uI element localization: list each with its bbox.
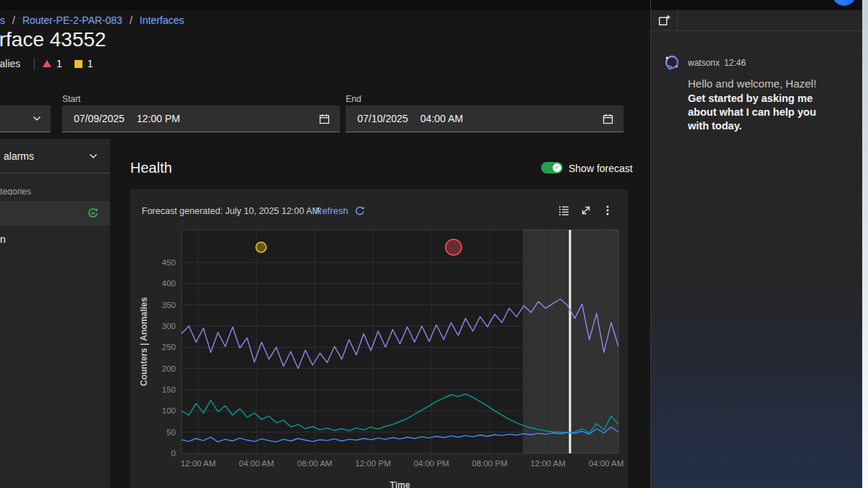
calendar-icon[interactable] (319, 114, 330, 124)
sidebar-item-active[interactable]: AI (0, 201, 110, 226)
expand-icon[interactable] (580, 205, 592, 216)
critical-anomaly-marker[interactable] (446, 239, 461, 255)
y-tick-label: 250 (162, 343, 176, 351)
bot-name: watsonx (688, 58, 720, 68)
now-line (569, 230, 571, 453)
new-chat-button[interactable] (657, 12, 673, 28)
y-tick-label: 450 (162, 258, 176, 267)
divider (34, 58, 35, 70)
x-axis-title: Time (390, 480, 410, 488)
health-heading: Health (130, 160, 172, 176)
x-tick-label: 08:00 AM (297, 459, 333, 468)
chat-greeting: Hello and welcome, Hazel! (688, 77, 817, 90)
x-tick-label: 12:00 AM (181, 459, 216, 468)
health-chart-svg: 12:00 AM04:00 AM08:00 AM12:00 PM04:00 PM… (130, 223, 628, 488)
chat-prompt: Get started by asking me about what I ca… (688, 92, 837, 133)
y-tick-label: 100 (162, 406, 176, 415)
show-forecast-toggle[interactable]: ✓ (541, 162, 563, 174)
x-tick-label: 08:00 PM (472, 459, 507, 468)
chat-panel-top-strip (651, 0, 863, 10)
y-tick-label: 150 (162, 385, 176, 394)
refresh-icon (354, 205, 365, 216)
y-tick-label: 300 (162, 322, 176, 330)
breadcrumb: s / Router-PE-2-PAR-083 / Interfaces (0, 14, 184, 26)
start-time-value: 12:00 PM (137, 113, 180, 124)
start-datetime-input[interactable]: 07/09/2025 12:00 PM (62, 106, 340, 132)
alarms-accordion-header[interactable]: alarms (0, 139, 110, 173)
categories-label-clip: Categories (0, 184, 51, 195)
y-tick-label: 200 (162, 364, 176, 373)
breadcrumb-separator: / (129, 14, 132, 26)
categories-label: Categories (0, 187, 31, 195)
critical-anomaly-count: 1 (56, 58, 62, 69)
minor-anomaly-icon (75, 60, 82, 68)
anomalies-label: Anomalies (0, 58, 20, 69)
toggle-knob: ✓ (553, 163, 561, 172)
interval-dropdown[interactable] (0, 106, 51, 132)
x-tick-label: 12:00 PM (355, 459, 391, 468)
critical-anomaly-icon (43, 60, 51, 67)
y-tick-label: 50 (166, 428, 176, 437)
refresh-link[interactable]: Refresh (315, 205, 365, 216)
end-time-value: 04:00 AM (420, 113, 463, 124)
x-tick-label: 04:00 AM (589, 459, 624, 468)
chat-panel-header (651, 10, 863, 31)
chat-header-divider (677, 10, 678, 30)
chat-panel: watsonx 12:46 Hello and welcome, Hazel! … (650, 0, 862, 488)
app-screen: s / Router-PE-2-PAR-083 / Interfaces Int… (0, 0, 868, 488)
sidebar-item-truncated-label: n (0, 234, 6, 245)
chevron-down-icon (33, 116, 41, 121)
page-title: Interface 43552 (0, 27, 106, 51)
sidebar-item-truncated[interactable]: n (0, 234, 6, 245)
chevron-down-icon (89, 153, 98, 159)
x-tick-label: 12:00 AM (530, 459, 566, 468)
show-forecast-label: Show forecast (569, 163, 633, 174)
alarms-label: alarms (4, 150, 34, 162)
page-title-clip: Interface 43552 (0, 27, 159, 52)
svg-text:AI: AI (91, 211, 95, 215)
panel-scrollbar[interactable] (862, 0, 868, 488)
health-card: Forecast generated: July 10, 2025 12:00 … (130, 189, 628, 488)
new-chat-icon (658, 14, 671, 27)
breadcrumb-separator: / (12, 14, 15, 26)
watsonx-avatar (663, 53, 681, 71)
message-timestamp: 12:46 (724, 58, 746, 68)
x-tick-label: 04:00 PM (414, 459, 449, 468)
overflow-menu-icon[interactable] (602, 205, 613, 216)
forecast-caption: Forecast generated: July 10, 2025 12:00 … (142, 206, 320, 216)
left-sidebar: alarms Categories AI n (0, 139, 110, 488)
breadcrumb-item-interfaces[interactable]: Interfaces (140, 14, 184, 26)
calendar-icon[interactable] (603, 114, 613, 124)
y-axis-title: Counters | Anomalies (139, 297, 149, 386)
breadcrumb-item-device[interactable]: Router-PE-2-PAR-083 (22, 14, 122, 26)
legend-list-icon[interactable] (558, 205, 570, 216)
ai-refresh-icon: AI (87, 207, 99, 219)
minor-anomaly-marker[interactable] (256, 242, 266, 252)
sidebar-divider (0, 173, 110, 174)
anomaly-summary: Anomalies 1 1 (0, 57, 93, 70)
breadcrumb-item-truncated[interactable]: s (0, 14, 5, 26)
x-tick-label: 04:00 AM (239, 459, 274, 468)
chat-message-meta: watsonx 12:46 (688, 58, 746, 68)
end-date-value: 07/10/2025 (357, 113, 408, 124)
end-label: End (346, 94, 361, 104)
minor-anomaly-count: 1 (88, 58, 93, 69)
start-date-value: 07/09/2025 (74, 113, 124, 124)
end-datetime-input[interactable]: 07/10/2025 04:00 AM (346, 106, 624, 132)
y-tick-label: 350 (162, 301, 176, 309)
refresh-label: Refresh (315, 205, 349, 216)
y-tick-label: 0 (171, 449, 176, 458)
y-tick-label: 400 (162, 279, 176, 288)
start-label: Start (62, 94, 80, 104)
